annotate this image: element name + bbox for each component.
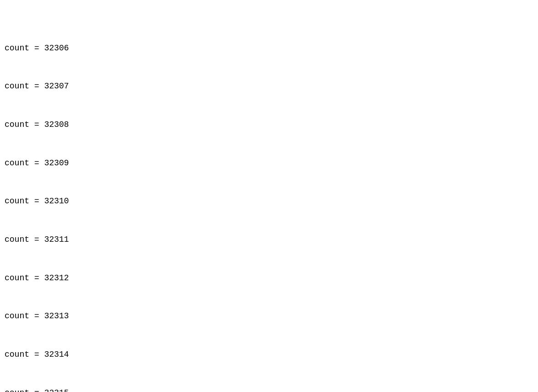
count-line-3: count = 32308: [5, 119, 533, 131]
count-line-4: count = 32309: [5, 157, 533, 170]
count-line-10: count = 32315: [5, 387, 533, 392]
count-line-5: count = 32310: [5, 195, 533, 208]
count-line-7: count = 32312: [5, 272, 533, 285]
count-line-1: count = 32306: [5, 42, 533, 55]
count-line-9: count = 32314: [5, 348, 533, 361]
count-line-2: count = 32307: [5, 80, 533, 93]
terminal-output: count = 32306 count = 32307 count = 3230…: [5, 4, 533, 392]
count-line-6: count = 32311: [5, 234, 533, 246]
count-line-8: count = 32313: [5, 310, 533, 323]
